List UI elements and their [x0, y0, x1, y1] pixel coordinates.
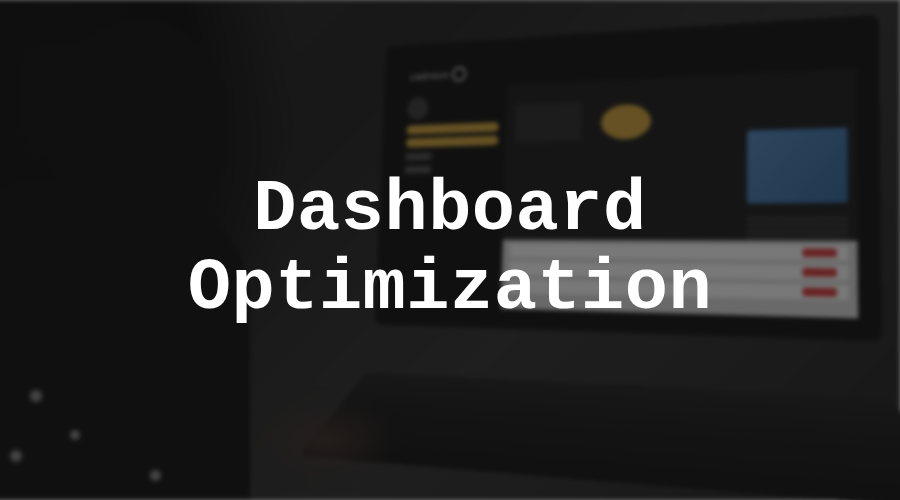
title-line-1: Dashboard	[188, 171, 712, 250]
title-line-2: Optimization	[188, 250, 712, 329]
hero-title: Dashboard Optimization	[188, 171, 712, 329]
